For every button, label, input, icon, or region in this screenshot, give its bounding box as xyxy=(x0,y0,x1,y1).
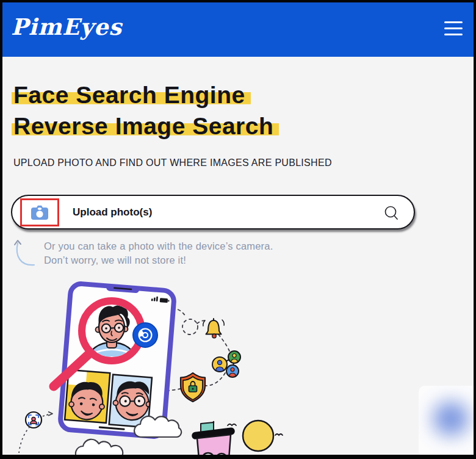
page-title-line2: Reverse Image Search xyxy=(12,113,279,139)
upload-search-bar[interactable]: Upload photo(s) xyxy=(11,195,415,230)
cloud-icon xyxy=(134,416,181,437)
page-subtitle: UPLOAD PHOTO AND FIND OUT WHERE IMAGES A… xyxy=(13,157,332,168)
curved-arrow-icon xyxy=(12,236,40,270)
camera-icon[interactable] xyxy=(30,204,49,221)
upload-photos-label: Upload photo(s) xyxy=(73,206,152,219)
bell-icon xyxy=(203,319,224,338)
hamburger-menu-icon[interactable] xyxy=(444,21,463,35)
blurred-blue-blob xyxy=(433,402,469,436)
camera-annotation-box xyxy=(20,198,59,226)
face-scan-icon xyxy=(26,412,41,428)
sun-icon xyxy=(243,421,273,451)
blurred-widget[interactable] xyxy=(419,386,474,455)
page-title-line1: Face Search Engine xyxy=(12,82,251,108)
hamburger-bar xyxy=(444,34,463,35)
page-title: Face Search Engine Reverse Image Search xyxy=(13,79,279,142)
shield-lock-icon xyxy=(181,373,205,402)
camera-hint-text: Or you can take a photo with the device’… xyxy=(44,239,273,267)
face-search-illustration xyxy=(17,273,286,459)
pimeyes-logo[interactable]: PimEyes xyxy=(11,13,122,40)
people-network-icon xyxy=(212,351,240,378)
bird-icon xyxy=(228,424,236,425)
hamburger-bar xyxy=(444,21,463,23)
eye-badge-icon xyxy=(133,323,157,347)
cloud-icon xyxy=(76,439,123,459)
magnifier-icon[interactable] xyxy=(383,204,400,222)
hamburger-bar xyxy=(444,27,463,29)
hint-line-2: Don’t worry, we will not store it! xyxy=(44,253,273,267)
photo-thumbnail-left xyxy=(65,370,110,423)
pimeyes-landing-page: PimEyes Face Search Engine Reverse Image… xyxy=(0,0,476,459)
dashed-tail xyxy=(19,427,30,453)
sandcastle-icon xyxy=(192,422,236,459)
hint-line-1: Or you can take a photo with the device’… xyxy=(44,239,273,253)
dashed-arrow-head xyxy=(48,412,52,416)
bird-icon xyxy=(275,434,283,435)
top-navigation-bar: PimEyes xyxy=(0,0,476,57)
